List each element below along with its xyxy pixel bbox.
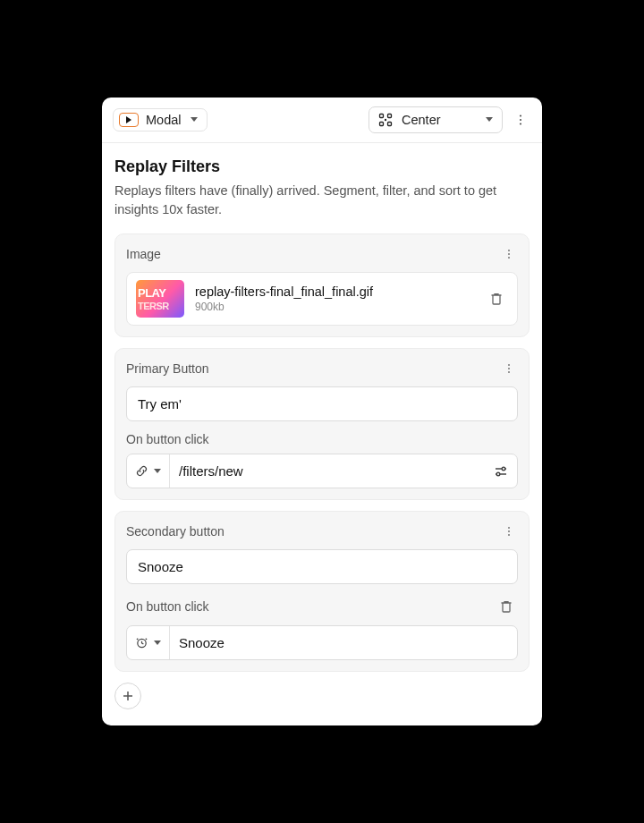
secondary-button-text-input[interactable] xyxy=(126,549,518,584)
sliders-icon xyxy=(494,464,508,479)
link-icon xyxy=(135,464,148,478)
caret-down-icon xyxy=(486,117,493,122)
component-type-dropdown[interactable]: Modal xyxy=(113,108,208,132)
alignment-dropdown[interactable]: Center xyxy=(369,106,503,133)
trash-icon xyxy=(499,599,513,614)
svg-point-15 xyxy=(496,472,500,476)
image-file-row: PLAY TERSR replay-filters-final_final_fi… xyxy=(126,272,518,326)
delete-secondary-click-button[interactable] xyxy=(495,595,518,618)
svg-point-10 xyxy=(508,257,510,259)
add-section-button[interactable] xyxy=(114,683,141,709)
svg-rect-0 xyxy=(380,114,384,117)
editor-panel: Modal Center Replay Filters Replays filt… xyxy=(102,98,542,725)
image-section: Image PLAY TERSR replay-filters-final_fi… xyxy=(114,233,530,337)
page-subtitle: Replays filters have (finally) arrived. … xyxy=(114,182,530,219)
svg-point-14 xyxy=(502,467,505,471)
caret-down-icon xyxy=(154,641,161,645)
svg-point-18 xyxy=(508,534,510,536)
secondary-button-section-more[interactable] xyxy=(500,522,518,540)
trash-icon xyxy=(489,292,504,306)
primary-button-text-input[interactable] xyxy=(126,386,518,421)
svg-rect-1 xyxy=(388,114,392,117)
primary-button-section-more[interactable] xyxy=(500,360,518,378)
svg-point-8 xyxy=(508,250,510,251)
svg-point-5 xyxy=(520,115,521,116)
content-area: Replay Filters Replays filters have (fin… xyxy=(102,143,542,725)
alignment-label: Center xyxy=(402,113,475,127)
svg-rect-2 xyxy=(380,122,384,125)
image-thumbnail: PLAY TERSR xyxy=(136,280,184,318)
page-title: Replay Filters xyxy=(114,157,530,176)
secondary-button-section-label: Secondary button xyxy=(126,524,500,539)
secondary-click-label: On button click xyxy=(126,599,495,614)
secondary-click-type-dropdown[interactable] xyxy=(127,626,170,659)
primary-click-type-dropdown[interactable] xyxy=(127,454,170,488)
snooze-icon xyxy=(135,636,148,649)
svg-point-17 xyxy=(508,530,510,532)
secondary-click-action xyxy=(126,625,518,660)
center-align-icon xyxy=(378,113,393,127)
image-file-info: replay-filters-final_final_final.gif 900… xyxy=(195,284,474,313)
svg-point-6 xyxy=(520,119,521,121)
caret-down-icon xyxy=(154,469,161,473)
component-type-label: Modal xyxy=(146,113,182,127)
svg-point-12 xyxy=(508,368,510,369)
caret-down-icon xyxy=(191,117,198,122)
primary-button-section: Primary Button On button click xyxy=(114,348,530,500)
primary-button-section-label: Primary Button xyxy=(126,361,500,376)
plus-icon xyxy=(122,690,134,702)
image-section-more[interactable] xyxy=(500,245,518,263)
svg-point-7 xyxy=(520,123,521,124)
svg-point-13 xyxy=(508,371,510,373)
primary-click-action xyxy=(126,454,518,488)
image-section-label: Image xyxy=(126,247,500,261)
image-file-size: 900kb xyxy=(195,301,474,313)
svg-point-11 xyxy=(508,364,510,366)
image-file-name: replay-filters-final_final_final.gif xyxy=(195,284,474,299)
svg-point-16 xyxy=(508,527,510,529)
primary-click-settings-button[interactable] xyxy=(485,454,517,488)
modal-icon xyxy=(119,113,139,127)
delete-image-button[interactable] xyxy=(485,287,508,310)
svg-rect-3 xyxy=(388,122,392,125)
svg-point-4 xyxy=(385,119,386,121)
svg-point-9 xyxy=(508,253,510,255)
primary-click-label: On button click xyxy=(126,432,518,446)
topbar-more-menu[interactable] xyxy=(510,109,531,131)
secondary-button-section: Secondary button On button click xyxy=(114,511,530,672)
secondary-click-value-input[interactable] xyxy=(170,626,517,659)
topbar: Modal Center xyxy=(102,98,542,143)
primary-click-value-input[interactable] xyxy=(170,454,485,488)
